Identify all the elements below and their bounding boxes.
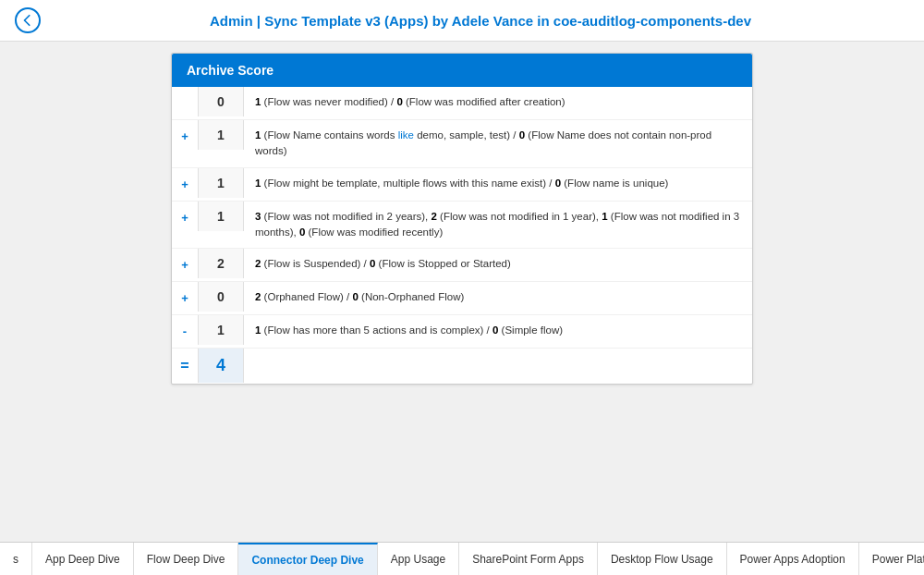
score-value: 0 xyxy=(198,87,244,116)
page-header: Admin | Sync Template v3 (Apps) by Adele… xyxy=(0,0,924,42)
score-value: 1 xyxy=(198,168,244,198)
score-description: 2 (Flow is Suspended) / 0 (Flow is Stopp… xyxy=(244,249,752,279)
score-operator: + xyxy=(172,249,198,281)
score-operator: + xyxy=(172,168,198,201)
main-content: Archive Score 01 (Flow was never modifie… xyxy=(0,42,924,542)
score-row: +13 (Flow was not modified in 2 years), … xyxy=(172,202,752,250)
score-row: =4 xyxy=(172,349,752,384)
tab-item[interactable]: App Usage xyxy=(378,543,459,575)
score-operator xyxy=(172,87,198,105)
score-description: 1 (Flow has more than 5 actions and is c… xyxy=(244,315,752,346)
score-value: 1 xyxy=(198,120,244,150)
tab-item[interactable]: App Deep Dive xyxy=(32,543,134,575)
score-value: 2 xyxy=(198,249,244,278)
score-description: 3 (Flow was not modified in 2 years), 2 … xyxy=(244,202,752,249)
score-value: 4 xyxy=(198,349,244,383)
score-value: 1 xyxy=(198,315,244,345)
score-value: 0 xyxy=(198,282,244,312)
tab-item[interactable]: s xyxy=(0,543,32,575)
tab-item[interactable]: Connector Deep Dive xyxy=(238,543,377,575)
score-value: 1 xyxy=(198,202,244,231)
score-rows: 01 (Flow was never modified) / 0 (Flow w… xyxy=(172,87,752,384)
score-operator: - xyxy=(172,315,198,348)
score-description: 1 (Flow Name contains words like demo, s… xyxy=(244,120,752,167)
score-row: +11 (Flow Name contains words like demo,… xyxy=(172,120,752,168)
score-description: 1 (Flow might be template, multiple flow… xyxy=(244,168,752,199)
score-operator: + xyxy=(172,120,198,153)
page-title: Admin | Sync Template v3 (Apps) by Adele… xyxy=(52,13,909,29)
score-row: +11 (Flow might be template, multiple fl… xyxy=(172,168,752,202)
score-row: -11 (Flow has more than 5 actions and is… xyxy=(172,315,752,349)
tab-item[interactable]: Power Platfor xyxy=(859,543,924,575)
score-row: +22 (Flow is Suspended) / 0 (Flow is Sto… xyxy=(172,249,752,282)
tab-item[interactable]: Flow Deep Dive xyxy=(134,543,239,575)
archive-card-heading: Archive Score xyxy=(172,54,752,87)
score-description: 1 (Flow was never modified) / 0 (Flow wa… xyxy=(244,87,752,117)
score-row: +02 (Orphaned Flow) / 0 (Non-Orphaned Fl… xyxy=(172,282,752,315)
score-operator: = xyxy=(172,349,198,384)
tab-bar: sApp Deep DiveFlow Deep DiveConnector De… xyxy=(0,542,924,575)
archive-score-card: Archive Score 01 (Flow was never modifie… xyxy=(171,53,753,385)
score-operator: + xyxy=(172,282,198,314)
back-button[interactable] xyxy=(15,7,41,33)
tab-item[interactable]: Desktop Flow Usage xyxy=(598,543,727,575)
score-operator: + xyxy=(172,202,198,234)
tab-item[interactable]: Power Apps Adoption xyxy=(727,543,859,575)
score-description: 2 (Orphaned Flow) / 0 (Non-Orphaned Flow… xyxy=(244,282,752,312)
tab-item[interactable]: SharePoint Form Apps xyxy=(459,543,598,575)
score-row: 01 (Flow was never modified) / 0 (Flow w… xyxy=(172,87,752,120)
